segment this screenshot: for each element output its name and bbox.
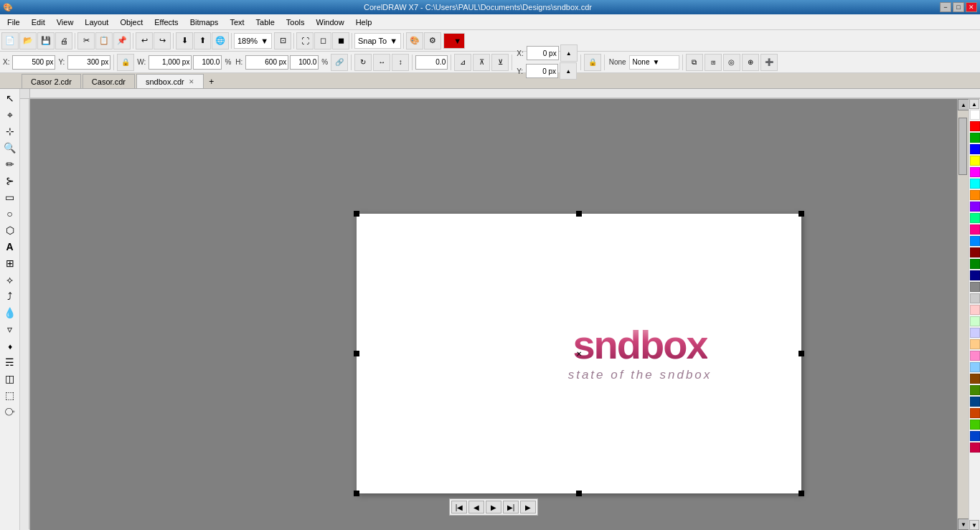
handle-tm[interactable] (576, 211, 582, 217)
full-screen-button[interactable]: ⛶ (296, 32, 314, 49)
x2-input[interactable] (527, 46, 559, 60)
maximize-button[interactable]: □ (953, 2, 964, 12)
polygon-tool[interactable]: ⬡ (2, 222, 18, 238)
zoom-dropdown[interactable]: 189% ▼ (234, 33, 272, 49)
lock-scale-button[interactable]: 🔗 (331, 54, 348, 71)
palette-darkgreen[interactable] (970, 259, 980, 269)
handle-tr[interactable] (798, 211, 804, 217)
ellipse-tool[interactable]: ○ (2, 206, 18, 222)
tab-casor2[interactable]: Casor 2.cdr (22, 74, 81, 88)
plus-btn[interactable]: ➕ (760, 54, 778, 71)
palette-scroll-down[interactable]: ▼ (969, 520, 979, 530)
palette-lightblue[interactable] (970, 328, 980, 338)
palette-cyan[interactable] (970, 179, 980, 189)
settings-button[interactable]: ⚙ (424, 32, 441, 49)
menu-item-bitmaps[interactable]: Bitmaps (184, 16, 225, 28)
outline-dropdown[interactable]: None ▼ (629, 55, 679, 70)
select-tool[interactable]: ↖ (2, 90, 18, 106)
palette-brown[interactable] (970, 374, 980, 384)
minimize-button[interactable]: − (940, 2, 951, 12)
palette-lightpink[interactable] (970, 305, 980, 315)
y-input[interactable] (67, 55, 110, 70)
palette-olivegr[interactable] (970, 385, 980, 395)
tr3[interactable]: ⊻ (491, 54, 509, 71)
handle-tl[interactable] (354, 211, 359, 217)
scroll-thumb[interactable] (958, 118, 967, 175)
palette-navyblue[interactable] (970, 397, 980, 407)
tr2[interactable]: ⊼ (473, 54, 490, 71)
palette-yellow[interactable] (970, 156, 980, 166)
menu-item-table[interactable]: Table (250, 16, 281, 28)
rect-tool[interactable]: ▭ (2, 189, 18, 205)
snap-dropdown[interactable]: Snap To ▼ (354, 33, 401, 49)
copy-props-btn[interactable]: ⧉ (686, 54, 703, 71)
shadow-tool[interactable]: ⬚ (2, 387, 18, 403)
nav-last-btn[interactable]: ▶| (503, 501, 519, 514)
export-button[interactable]: ⬆ (194, 32, 211, 49)
menu-item-help[interactable]: Help (350, 16, 378, 28)
scroll-track[interactable] (958, 110, 969, 519)
smart-fill[interactable]: ⬧ (2, 338, 18, 354)
lock-pos-button[interactable]: 🔒 (584, 54, 601, 71)
menu-item-layout[interactable]: Layout (79, 16, 114, 28)
palette-green[interactable] (970, 133, 980, 143)
blend-tool[interactable]: ☴ (2, 354, 18, 370)
menu-item-edit[interactable]: Edit (26, 16, 51, 28)
palette-lightorange[interactable] (970, 339, 980, 349)
menu-item-object[interactable]: Object (114, 16, 149, 28)
x-input[interactable] (12, 55, 55, 70)
lock-ratio-button[interactable]: 🔒 (117, 54, 134, 71)
y2-spin-up[interactable]: ▲ (560, 62, 577, 80)
palette-vermilion[interactable] (970, 408, 980, 418)
w-input[interactable] (149, 55, 192, 70)
menu-item-text[interactable]: Text (224, 16, 250, 28)
fill-tool[interactable]: ▿ (2, 321, 18, 337)
publish-button[interactable]: 🌐 (212, 32, 229, 49)
handle-br[interactable] (798, 491, 804, 496)
palette-red[interactable] (970, 121, 980, 131)
palette-lightgreen[interactable] (970, 316, 980, 326)
palette-hotpink[interactable] (970, 351, 980, 361)
node-tool[interactable]: ⌖ (2, 107, 18, 123)
palette-chartreuse[interactable] (970, 420, 980, 430)
palette-darkblue[interactable] (970, 270, 980, 280)
palette-white[interactable] (970, 110, 980, 120)
w-pct-input[interactable] (193, 55, 222, 70)
palette-crimson[interactable] (970, 443, 980, 453)
dropper-tool[interactable]: 💧 (2, 305, 18, 321)
scroll-up-button[interactable]: ▲ (958, 99, 969, 110)
text-tool[interactable]: A (2, 239, 18, 255)
palette-gray[interactable] (970, 282, 980, 292)
menu-item-view[interactable]: View (51, 16, 80, 28)
handle-ml[interactable] (354, 351, 359, 356)
menu-item-file[interactable]: File (1, 16, 26, 28)
tab-sndbox-close[interactable]: ✕ (189, 78, 194, 85)
handle-mr[interactable] (798, 351, 804, 356)
nav-next-btn[interactable]: ▶ (486, 501, 501, 514)
close-button[interactable]: ✕ (966, 2, 977, 12)
paste-button[interactable]: 📌 (113, 32, 131, 49)
zoom-extent-button[interactable]: ⊡ (274, 32, 291, 49)
contour-tool[interactable]: ⧂ (2, 404, 18, 420)
palette-purple[interactable] (970, 202, 980, 212)
view-simple-button[interactable]: ◻ (314, 32, 331, 49)
view-enhanced-button[interactable]: ◼ (332, 32, 349, 49)
palette-pink[interactable] (970, 224, 980, 235)
h-pct-input[interactable] (290, 55, 319, 70)
apply-btn[interactable]: ◎ (723, 54, 740, 71)
table-tool[interactable]: ⊞ (2, 255, 18, 271)
transparency-tool[interactable]: ◫ (2, 371, 18, 387)
palette-magenta[interactable] (970, 167, 980, 177)
tab-casor[interactable]: Casor.cdr (83, 74, 135, 88)
angle-input[interactable] (415, 55, 448, 70)
save-button[interactable]: 💾 (37, 32, 55, 49)
handle-bl[interactable] (354, 491, 359, 496)
tr1[interactable]: ⊿ (454, 54, 471, 71)
print-button[interactable]: 🖨 (55, 32, 72, 49)
menu-item-tools[interactable]: Tools (281, 16, 311, 28)
connector-tool[interactable]: ⤴ (2, 288, 18, 304)
new-button[interactable]: 📄 (1, 32, 19, 49)
color-dropdown[interactable]: ▼ (443, 33, 465, 49)
color-mode-button[interactable]: 🎨 (406, 32, 423, 49)
copy-button[interactable]: 📋 (95, 32, 113, 49)
